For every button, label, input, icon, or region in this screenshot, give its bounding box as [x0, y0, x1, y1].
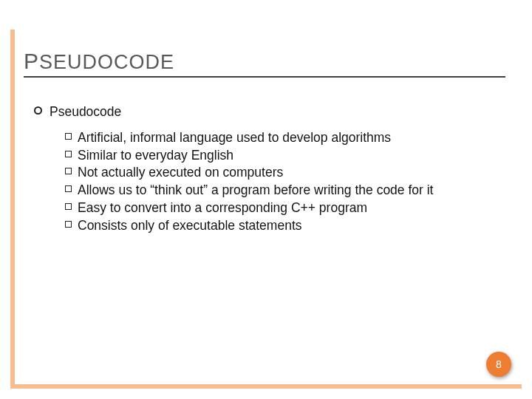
decor-frame-left [10, 30, 15, 389]
square-bullet-icon [65, 203, 72, 210]
content-area: Pseudocode Artificial, informal language… [34, 103, 488, 234]
list-item-label: Consists only of executable statements [78, 217, 302, 234]
circle-bullet-icon [34, 106, 42, 115]
list-item: Easy to convert into a corresponding C++… [65, 200, 488, 216]
slide-title-rest: SEUDOCODE [39, 51, 174, 73]
slide-title: PSEUDOCODE [24, 49, 174, 74]
square-bullet-icon [65, 168, 72, 174]
list-item-label: Pseudocode [50, 103, 121, 120]
list-item: Artificial, informal language used to de… [65, 129, 488, 146]
page-number: 8 [496, 358, 502, 370]
list-item-label: Easy to convert into a corresponding C++… [78, 200, 367, 216]
decor-frame-bottom [10, 384, 522, 389]
list-item-label: Not actually executed on computers [78, 164, 283, 181]
sub-list: Artificial, informal language used to de… [65, 129, 488, 234]
list-item-label: Similar to everyday English [78, 147, 233, 164]
list-item: Not actually executed on computers [65, 164, 488, 181]
list-item-label: Allows us to “think out” a program befor… [78, 182, 433, 199]
slide-title-first: P [24, 49, 39, 73]
list-item: Consists only of executable statements [65, 217, 488, 234]
title-underline [24, 76, 505, 78]
list-item-label: Artificial, informal language used to de… [78, 129, 391, 146]
square-bullet-icon [65, 151, 72, 157]
list-item: Pseudocode [34, 103, 488, 120]
square-bullet-icon [65, 185, 72, 192]
page-number-badge: 8 [486, 352, 511, 377]
square-bullet-icon [65, 221, 72, 228]
list-item: Similar to everyday English [65, 147, 488, 164]
square-bullet-icon [65, 133, 72, 140]
list-item: Allows us to “think out” a program befor… [65, 182, 488, 199]
